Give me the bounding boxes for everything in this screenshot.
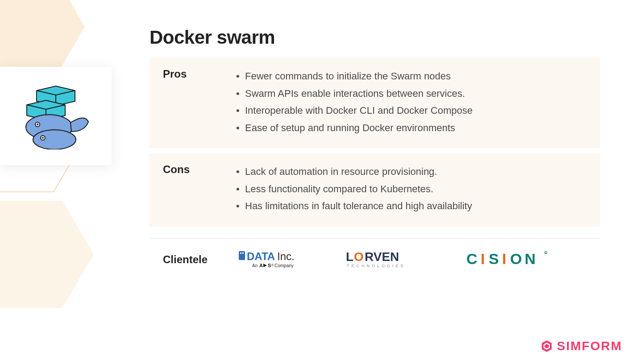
divider (150, 238, 600, 239)
client-logo-cision: C I S I ON R (466, 250, 551, 269)
main-content: Docker swarm Pros Fewer commands to init… (150, 27, 600, 271)
list-item: Less functionality compared to Kubernete… (234, 181, 587, 198)
docker-swarm-icon (18, 83, 94, 149)
list-item: Interoperable with Docker CLI and Docker… (234, 102, 587, 120)
svg-point-12 (42, 137, 44, 139)
clientele-label: Clientele (163, 253, 208, 266)
pros-label: Pros (163, 68, 234, 136)
list-item: Lack of automation in resource provision… (234, 163, 587, 181)
svg-text:®: ® (271, 264, 274, 267)
svg-text:S: S (489, 250, 502, 267)
svg-text:DATA: DATA (247, 250, 275, 262)
pros-section: Pros Fewer commands to initialize the Sw… (150, 58, 600, 148)
brand-name: SIMFORM (557, 339, 622, 353)
cons-list: Lack of automation in resource provision… (234, 163, 587, 215)
list-item: Fewer commands to initialize the Swarm n… (234, 68, 587, 85)
svg-text:R: R (545, 252, 547, 254)
client-logo-datainc: DATAInc. An A S ® Company (239, 248, 315, 271)
svg-text:I: I (481, 250, 487, 267)
svg-point-10 (33, 130, 76, 149)
svg-rect-13 (239, 251, 245, 260)
svg-text:A: A (259, 263, 263, 268)
svg-rect-14 (240, 252, 241, 254)
svg-text:TECHNOLOGIES: TECHNOLOGIES (347, 264, 406, 268)
svg-text:L: L (346, 250, 353, 264)
svg-point-9 (37, 124, 38, 125)
list-item: Swarm APIs enable interactions between s… (234, 85, 587, 103)
pros-list: Fewer commands to initialize the Swarm n… (234, 68, 587, 136)
list-item: Ease of setup and running Docker environ… (234, 120, 587, 137)
client-logo-lorven: L O RVEN TECHNOLOGIES (346, 248, 435, 271)
product-logo-card (0, 67, 112, 165)
svg-text:RVEN: RVEN (365, 250, 399, 264)
svg-text:ON: ON (510, 250, 538, 267)
decorative-hex-bg (0, 0, 134, 364)
cons-label: Cons (163, 163, 234, 215)
svg-text:Company: Company (274, 263, 294, 268)
svg-text:I: I (502, 250, 509, 267)
list-item: Has limitations in fault tolerance and h… (234, 198, 587, 215)
svg-marker-2 (0, 201, 94, 308)
simform-icon (540, 339, 553, 353)
svg-text:C: C (466, 250, 480, 267)
svg-text:O: O (354, 250, 364, 264)
svg-text:S: S (268, 263, 271, 268)
page-title: Docker swarm (150, 27, 600, 48)
cons-section: Cons Lack of automation in resource prov… (150, 153, 600, 227)
clientele-row: Clientele DATAInc. An A S ® Company L O … (150, 248, 600, 271)
svg-text:Inc.: Inc. (277, 250, 295, 262)
simform-brand-logo: SIMFORM (540, 339, 622, 353)
svg-text:An: An (252, 263, 258, 268)
svg-rect-15 (242, 252, 244, 254)
